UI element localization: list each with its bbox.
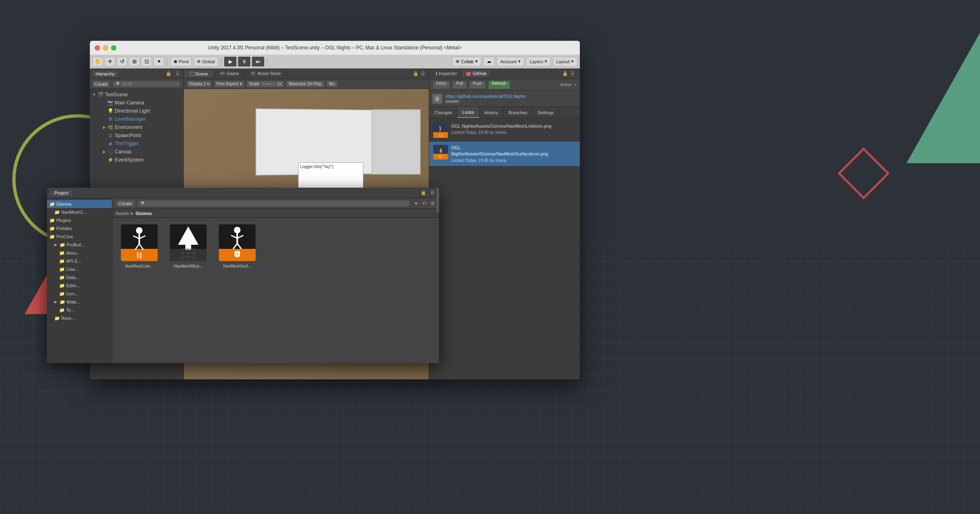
tree-item-environment[interactable]: ▶ 🌿 Environment — [90, 123, 183, 131]
project-search-box[interactable]: 🔍 — [137, 200, 410, 207]
tree-item-canvas[interactable]: ▶ ⬛ Canvas — [90, 148, 183, 156]
sidebar-item-edito[interactable]: 📁 Edito... — [47, 281, 112, 290]
project-grid-icon[interactable]: ⊞ — [430, 200, 436, 206]
hierarchy-menu-icon[interactable]: ☰ — [174, 71, 181, 77]
sidebar-item-icon[interactable]: 📁 Icon... — [47, 290, 112, 298]
game-tab[interactable]: 🎮 Game — [214, 70, 245, 77]
tree-item-spawn-point[interactable]: ◇ SpawnPoint — [90, 131, 183, 140]
branches-subtab[interactable]: Branches — [503, 107, 532, 118]
scale-slider[interactable]: ━━●━━ — [262, 82, 274, 86]
folder-icon-icon: 📁 — [59, 291, 65, 297]
close-button[interactable] — [95, 45, 100, 51]
insp-menu-icon[interactable]: ☰ — [569, 71, 576, 77]
project-tag-icon[interactable]: 🏷 — [421, 200, 428, 206]
sidebar-item-apie[interactable]: 📁 API E... — [47, 257, 112, 265]
maximize-button[interactable] — [111, 45, 116, 51]
hierarchy-create-button[interactable]: Create — [92, 81, 110, 87]
maximize-on-play-button[interactable]: Maximize On Play — [286, 80, 325, 88]
tree-item-the-trigger[interactable]: ◈ TheTrigger — [90, 140, 183, 148]
pivot-button[interactable]: ◉ Pivot — [170, 57, 192, 66]
sidebar-item-prefabs[interactable]: 📁 Prefabs — [47, 224, 112, 233]
user-dropdown-icon[interactable]: ▾ — [575, 82, 577, 87]
sidebar-item-te[interactable]: 📁 Te... — [47, 306, 112, 314]
settings-subtab[interactable]: Settings — [533, 107, 559, 118]
tree-item-level-manager[interactable]: ⚙ LevelManager — [90, 115, 183, 123]
history-subtab[interactable]: History — [479, 107, 503, 118]
pull-button[interactable]: Pull — [452, 81, 467, 89]
rect-tool-button[interactable]: ⊡ — [141, 57, 152, 66]
scale-control[interactable]: Scale ━━●━━ 1x — [246, 80, 285, 88]
sidebar-item-gizmos[interactable]: 📁 Gizmos — [47, 200, 112, 208]
account-dropdown[interactable]: Account ▾ — [497, 57, 524, 66]
bg-diamond-decoration — [837, 147, 889, 199]
scene-lock-icon[interactable]: 🔒 — [412, 71, 420, 77]
sidebar-item-mate[interactable]: ▶ 📁 Mate... — [47, 298, 112, 306]
changes-subtab[interactable]: Changes — [429, 107, 457, 118]
sidebar-item-clas[interactable]: 📁 Clas... — [47, 265, 112, 273]
folder-icon-apie: 📁 — [59, 259, 65, 264]
path-gizmos[interactable]: Gizmos — [136, 211, 152, 216]
path-assets[interactable]: Assets — [116, 211, 129, 216]
display-dropdown[interactable]: Display 1 ▾ — [186, 80, 212, 88]
refresh-button[interactable]: Refresh — [488, 81, 510, 89]
aspect-dropdown[interactable]: Free Aspect ▾ — [214, 80, 244, 88]
project-create-button[interactable]: Create — [116, 200, 135, 207]
file-item-navmeshlink[interactable]: 🚶 ⬡ OGL Nights/Assets/Gizmos/NavMeshLink… — [429, 120, 580, 142]
play-button[interactable]: ▶ — [224, 57, 236, 66]
navmeshc-label: NavMeshC... — [61, 210, 87, 215]
cloud-button[interactable]: ☁ — [483, 57, 495, 66]
sidebar-item-plugins[interactable]: 📁 Plugins — [47, 216, 112, 224]
pause-button[interactable]: ⏸ — [238, 57, 250, 66]
hand-tool-button[interactable]: ✋ — [92, 57, 103, 66]
inspector-tab[interactable]: ℹ Inspector — [432, 70, 461, 77]
project-lock-icon[interactable]: 🔒 — [419, 190, 428, 196]
layers-dropdown[interactable]: Layers ▾ — [526, 57, 551, 66]
transform-tool-button[interactable]: ✦ — [154, 57, 164, 66]
push-button[interactable]: Push — [469, 81, 486, 89]
scene-tab[interactable]: ⛶ Scene — [184, 71, 214, 77]
repo-url-text[interactable]: https://github.com/spoiledcat/OGLNights — [445, 94, 526, 99]
github-tab[interactable]: 🐙 GitHub — [461, 70, 491, 77]
sidebar-item-resc[interactable]: 📁 Resc... — [47, 314, 112, 322]
file-item-navmeshsurface[interactable]: 🧍 🛡 OGLNights/Assets/Gizmos/NavMeshSurfa… — [429, 142, 580, 166]
sidebar-item-abou[interactable]: 📁 Abou... — [47, 249, 112, 257]
locks-subtab[interactable]: Locks — [457, 107, 479, 118]
project-tab[interactable]: Project — [50, 190, 72, 196]
toolbar-separator-3 — [267, 58, 267, 66]
move-tool-button[interactable]: ✛ — [105, 57, 115, 66]
asset-item-navmeshmod[interactable]: NavMeshMod... — [168, 224, 209, 269]
tree-item-testscene[interactable]: ▼ 🎬 TestScene — [90, 91, 183, 99]
sidebar-item-navmeshc[interactable]: 📁 NavMeshC... — [47, 208, 112, 216]
hierarchy-tab[interactable]: Hierarchy — [92, 71, 118, 77]
folder-icon-resc: 📁 — [54, 316, 60, 321]
scene-menu-icon[interactable]: ☰ — [420, 71, 426, 77]
minimize-button[interactable] — [103, 45, 108, 51]
project-menu-icon[interactable]: ☰ — [429, 190, 436, 196]
sidebar-item-data[interactable]: 📁 Data... — [47, 273, 112, 281]
testscene-label: TestScene — [105, 92, 128, 97]
icon-label: Icon... — [66, 291, 78, 296]
insp-lock-icon[interactable]: 🔒 — [561, 71, 569, 77]
global-button[interactable]: ⊕ Global — [194, 57, 218, 66]
tree-item-main-camera[interactable]: 📷 Main Camera — [90, 99, 183, 107]
step-button[interactable]: ⏭ — [252, 57, 264, 66]
sidebar-item-probuil[interactable]: ▶ 📁 ProBuil... — [47, 241, 112, 249]
scale-tool-button[interactable]: ⊞ — [129, 57, 140, 66]
sidebar-item-procore[interactable]: 📁 ProCore — [47, 233, 112, 241]
hierarchy-search-box[interactable]: 🔍 Q+All — [112, 81, 181, 87]
project-star-icon[interactable]: ★ — [413, 200, 419, 206]
asset-item-navmeshlink[interactable]: ⛓ NavMeshLink... — [119, 224, 160, 269]
tree-item-directional-light[interactable]: 💡 Directional Light — [90, 107, 183, 115]
collab-button[interactable]: ⊛ Collab ▾ — [452, 57, 481, 66]
fetch-button[interactable]: Fetch — [432, 81, 450, 89]
tree-item-event-system[interactable]: ⚡ EventSystem — [90, 156, 183, 164]
asset-label-navmeshmod: NavMeshMod... — [174, 264, 203, 269]
hierarchy-lock-icon[interactable]: 🔒 — [165, 71, 173, 77]
asset-store-tab[interactable]: 🛒 Asset Store — [245, 70, 287, 77]
layout-dropdown[interactable]: Layout ▾ — [552, 57, 577, 66]
popup-text: Logger.Info("Yay"); — [300, 164, 361, 169]
procore-label: ProCore — [56, 234, 73, 239]
asset-item-navmeshsurf[interactable]: ⊕ NavMeshSurf... — [217, 224, 258, 269]
rotate-tool-button[interactable]: ↺ — [117, 57, 127, 66]
mute-button[interactable]: Mu — [326, 80, 338, 88]
